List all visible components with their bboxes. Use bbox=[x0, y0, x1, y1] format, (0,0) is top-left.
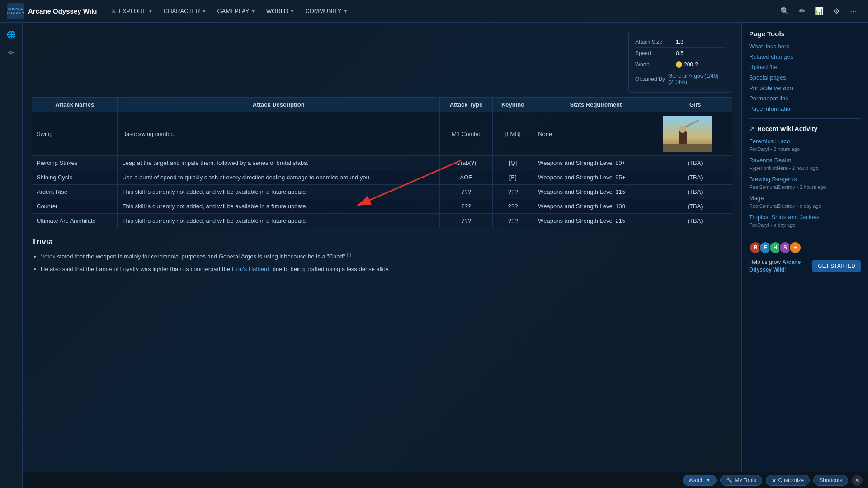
sidebar-divider-2 bbox=[749, 235, 861, 235]
world-arrow: ▼ bbox=[290, 9, 294, 14]
activity-item-1: Feremius Lurco FoxDaryl • 2 hours ago bbox=[749, 138, 861, 152]
customize-label: Customize bbox=[778, 477, 804, 483]
shortcuts-label: Shortcuts bbox=[819, 477, 842, 483]
worth-coin-icon bbox=[676, 61, 682, 68]
watch-label: Watch bbox=[689, 477, 704, 483]
cell-tba: (TBA) bbox=[658, 170, 732, 185]
attack-size-row: Attack Size 1.3 bbox=[635, 37, 726, 48]
obtained-row: Obtained By General Argos (1/49) (2.04%) bbox=[635, 70, 726, 88]
nav-gameplay[interactable]: GAMEPLAY ▼ bbox=[212, 0, 261, 23]
stats-icon[interactable]: 📊 bbox=[812, 4, 826, 19]
customize-icon: ★ bbox=[772, 477, 777, 483]
sidebar-edit-icon[interactable]: ✏ bbox=[4, 45, 19, 60]
table-row: Swing Basic swing combo. M1 Combo [LMB] … bbox=[32, 112, 732, 156]
watch-arrow-icon: ▼ bbox=[706, 477, 711, 483]
obtained-label: Obtained By bbox=[635, 76, 668, 82]
grow-section: Help us grow Arcane Odyssey Wiki! GET ST… bbox=[749, 258, 861, 274]
cell-keybind: ??? bbox=[493, 214, 533, 228]
explore-icon: ⚔ bbox=[111, 8, 117, 14]
trivia-text-2a: He also said that the Lance of Loyalty w… bbox=[41, 266, 232, 272]
settings-icon[interactable]: ⚙ bbox=[829, 4, 844, 19]
cell-requirement: None bbox=[533, 112, 658, 156]
activity-link-5[interactable]: Tropical Shirts and Jackets bbox=[749, 214, 861, 221]
cell-requirement: Weapons and Strength Level 95+ bbox=[533, 170, 658, 185]
cell-attack-name: Piercing Strikes bbox=[32, 156, 118, 170]
svg-rect-1 bbox=[663, 144, 712, 152]
trivia-section: Trivia Vetex stated that the weapon is m… bbox=[32, 237, 732, 273]
explore-arrow: ▼ bbox=[148, 9, 153, 14]
attacks-table: Attack Names Attack Description Attack T… bbox=[32, 97, 732, 228]
main-content: Attack Size 1.3 Speed 0.5 Worth 200-? Ob… bbox=[23, 23, 741, 488]
close-icon: ✕ bbox=[855, 477, 859, 483]
what-links-here-link[interactable]: What links here bbox=[749, 43, 861, 50]
svg-rect-2 bbox=[679, 131, 687, 144]
activity-item-3: Brewing Reagents RealSamuraiDestroy • 2 … bbox=[749, 176, 861, 190]
nav-explore[interactable]: ⚔ EXPLORE ▼ bbox=[106, 0, 158, 23]
site-title[interactable]: Arcane Odyssey Wiki bbox=[28, 7, 97, 15]
topbar-right: 🔍 ✏ 📊 ⚙ ⋯ bbox=[778, 4, 861, 19]
cell-type: Grab(?) bbox=[440, 156, 493, 170]
logo-text: ARCANEODYSSEY bbox=[7, 7, 24, 15]
activity-link-1[interactable]: Feremius Lurco bbox=[749, 138, 861, 145]
page-information-link[interactable]: Page information bbox=[749, 105, 861, 112]
activity-meta-5: FoxDaryl • a day ago bbox=[749, 222, 795, 228]
search-icon[interactable]: 🔍 bbox=[778, 4, 792, 19]
activity-link-4[interactable]: Mage bbox=[749, 195, 861, 202]
permanent-link-link[interactable]: Permanent link bbox=[749, 95, 861, 102]
worth-label: Worth bbox=[635, 61, 676, 68]
nav-community[interactable]: COMMUNITY ▼ bbox=[300, 0, 353, 23]
avatar-5: + bbox=[789, 241, 802, 254]
cell-requirement: Weapons and Strength Level 80+ bbox=[533, 156, 658, 170]
sidebar-divider-1 bbox=[749, 118, 861, 119]
recent-activity-heading: ↗ Recent Wiki Activity bbox=[749, 125, 861, 132]
nav-character[interactable]: CHARACTER ▼ bbox=[158, 0, 212, 23]
related-changes-link[interactable]: Related changes bbox=[749, 53, 861, 60]
cell-type: ??? bbox=[440, 199, 493, 214]
col-type: Attack Type bbox=[440, 98, 493, 112]
cell-description: This skill is currently not added, and w… bbox=[118, 199, 440, 214]
table-header-row: Attack Names Attack Description Attack T… bbox=[32, 98, 732, 112]
avatars-row: R F H S + bbox=[749, 241, 861, 254]
lions-halberd-link[interactable]: Lion's Halberd bbox=[232, 266, 269, 272]
customize-button[interactable]: ★ Customize bbox=[766, 475, 810, 486]
logo[interactable]: ARCANEODYSSEY bbox=[7, 3, 24, 19]
cell-keybind: ??? bbox=[493, 185, 533, 199]
cell-attack-name: Shining Cycle bbox=[32, 170, 118, 185]
obtained-link[interactable]: General Argos (1/49) (2.04%) bbox=[668, 73, 726, 85]
col-keybind: Keybind bbox=[493, 98, 533, 112]
trivia-item-2: He also said that the Lance of Loyalty w… bbox=[41, 265, 732, 274]
more-icon[interactable]: ⋯ bbox=[846, 4, 861, 19]
cell-description: Leap at the target and impale them, foll… bbox=[118, 156, 440, 170]
cell-attack-name: Ardent Rise bbox=[32, 185, 118, 199]
activity-link-2[interactable]: Ravenna Realm bbox=[749, 157, 861, 164]
watch-button[interactable]: Watch ▼ bbox=[683, 475, 717, 486]
content-wrapper: Attack Size 1.3 Speed 0.5 Worth 200-? Ob… bbox=[32, 32, 732, 273]
my-tools-label: My Tools bbox=[735, 477, 756, 483]
shortcuts-button[interactable]: Shortcuts bbox=[813, 475, 848, 486]
sidebar-globe-icon[interactable]: 🌐 bbox=[4, 27, 19, 42]
printable-version-link[interactable]: Printable version bbox=[749, 84, 861, 91]
upload-file-link[interactable]: Upload file bbox=[749, 64, 861, 70]
cell-tba: (TBA) bbox=[658, 185, 732, 199]
trivia-list: Vetex stated that the weapon is mainly f… bbox=[32, 252, 732, 273]
cell-attack-name: Counter bbox=[32, 199, 118, 214]
nav-world[interactable]: WORLD ▼ bbox=[261, 0, 300, 23]
activity-item-2: Ravenna Realm HyperionNotHere • 2 hours … bbox=[749, 157, 861, 171]
right-sidebar: Page Tools What links here Related chang… bbox=[741, 23, 868, 488]
my-tools-button[interactable]: 🔧 My Tools bbox=[720, 475, 762, 486]
cell-keybind: [Q] bbox=[493, 156, 533, 170]
special-pages-link[interactable]: Special pages bbox=[749, 74, 861, 81]
close-button[interactable]: ✕ bbox=[852, 475, 863, 486]
table-row: Counter This skill is currently not adde… bbox=[32, 199, 732, 214]
cell-keybind: [LMB] bbox=[493, 112, 533, 156]
edit-icon[interactable]: ✏ bbox=[795, 4, 809, 19]
trivia-cite-1: [1] bbox=[347, 253, 351, 257]
activity-link-3[interactable]: Brewing Reagents bbox=[749, 176, 861, 183]
page-tools-title: Page Tools bbox=[749, 30, 861, 38]
vetex-link[interactable]: Vetex bbox=[41, 253, 56, 260]
table-row: Ardent Rise This skill is currently not … bbox=[32, 185, 732, 199]
topbar: ARCANEODYSSEY Arcane Odyssey Wiki ⚔ EXPL… bbox=[0, 0, 868, 23]
get-started-button[interactable]: GET STARTED bbox=[812, 260, 861, 272]
cell-tba: (TBA) bbox=[658, 214, 732, 228]
worth-value: 200-? bbox=[684, 61, 698, 68]
